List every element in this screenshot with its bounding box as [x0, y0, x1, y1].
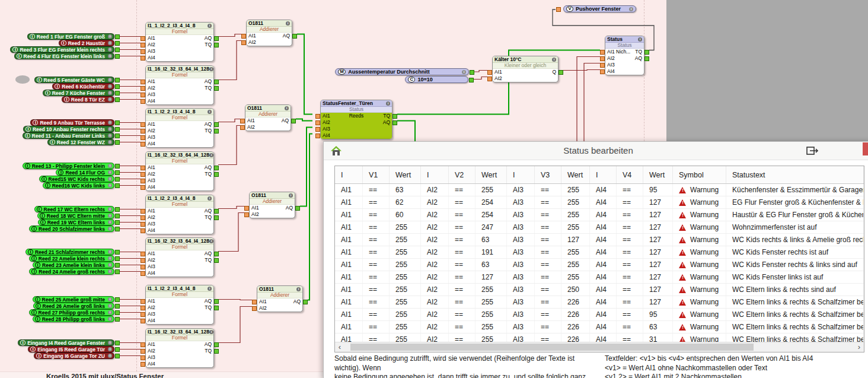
input-connector[interactable] — [141, 319, 145, 323]
output-connector[interactable] — [115, 170, 120, 175]
sensor-capsule[interactable]: IReed 8 Tür EZi — [62, 96, 114, 103]
input-connector[interactable] — [141, 306, 145, 310]
addierer-block[interactable]: O1811iAddiererAI1AQAI2 — [249, 192, 295, 218]
column-header[interactable]: Wert — [643, 166, 673, 183]
addierer-block[interactable]: O1811iAddiererAI1AQAI2 — [246, 20, 292, 46]
input-connector[interactable] — [141, 179, 145, 183]
table-row[interactable]: AI1==255AI2==127AI3==255AI4==127WarnungW… — [335, 271, 864, 284]
column-header[interactable]: I — [421, 166, 449, 183]
table-row[interactable]: AI1==63AI2==255AI3==255AI4==95WarnungKüc… — [335, 184, 864, 196]
sensor-capsule[interactable]: IReed 9 Anbau Tür Terrassei — [30, 119, 114, 126]
info-icon[interactable]: i — [629, 7, 633, 11]
info-icon[interactable]: i — [108, 214, 112, 218]
table-row[interactable]: AI1==255AI2==63AI3==255AI4==127WarnungWC… — [335, 259, 864, 271]
output-connector[interactable] — [115, 227, 120, 231]
input-connector[interactable] — [252, 300, 257, 304]
column-header[interactable]: I — [335, 166, 363, 183]
info-icon[interactable]: i — [108, 127, 112, 131]
addierer-block[interactable]: O1811iAddiererAI1AQAI2 — [257, 285, 303, 312]
table-row[interactable]: AI1==60AI2==254AI3==255AI4==127WarnungHa… — [335, 209, 864, 221]
formel-block[interactable]: I1_1_I2_2_I3_4_I4_8iFormelAI1AQAI2TQAI3A… — [145, 195, 214, 234]
input-connector[interactable] — [141, 258, 145, 263]
sensor-capsule[interactable]: IReed 27 Philipp groß rechtsi — [29, 309, 114, 316]
formel-block[interactable]: I1_1_I2_2_I3_4_I4_8iFormelAI1AQAI2TQAI3A… — [145, 108, 214, 148]
sensor-capsule[interactable]: IEingang I5 Reed Garage Türi — [28, 346, 114, 352]
info-icon[interactable]: i — [108, 140, 112, 144]
output-connector[interactable] — [214, 306, 219, 310]
close-button[interactable] — [863, 142, 868, 155]
output-connector[interactable] — [115, 256, 120, 261]
export-icon[interactable] — [806, 147, 819, 157]
sensor-capsule[interactable]: IReed 22 Amelie klein rechtsi — [29, 255, 114, 262]
sensor-capsule[interactable]: IReed 23 Amelie klein linksi — [33, 262, 114, 268]
status-fenster-block[interactable]: StatusFenster_TüreniStatusAI1ReedsTQAI2A… — [320, 100, 392, 139]
info-icon[interactable]: i — [296, 287, 301, 291]
output-connector[interactable] — [214, 36, 219, 41]
info-icon[interactable]: i — [108, 97, 112, 101]
sensor-capsule[interactable]: IReed 13 - Philipp Fenster kleini — [23, 163, 114, 169]
info-icon[interactable]: i — [108, 78, 112, 82]
input-connector[interactable] — [487, 77, 492, 81]
info-icon[interactable]: i — [108, 84, 112, 88]
info-icon[interactable]: i — [108, 134, 112, 138]
info-icon[interactable]: i — [209, 239, 213, 243]
input-connector[interactable] — [141, 43, 145, 47]
column-header[interactable]: Wert — [561, 166, 590, 183]
output-connector[interactable] — [292, 34, 297, 39]
output-connector[interactable] — [115, 164, 120, 169]
info-icon[interactable]: i — [108, 41, 112, 45]
column-header[interactable]: V1 — [363, 166, 390, 183]
output-connector[interactable] — [214, 349, 219, 354]
output-connector[interactable] — [115, 263, 120, 268]
info-icon[interactable]: i — [108, 304, 112, 308]
output-connector[interactable] — [214, 86, 219, 91]
input-connector[interactable] — [141, 129, 145, 134]
output-connector[interactable] — [115, 47, 120, 52]
column-header[interactable]: I — [590, 166, 617, 183]
input-connector[interactable] — [556, 7, 561, 12]
output-connector[interactable] — [115, 269, 120, 274]
info-icon[interactable]: i — [108, 256, 112, 261]
output-connector[interactable] — [115, 177, 120, 182]
output-connector[interactable] — [214, 215, 219, 220]
info-icon[interactable]: i — [108, 34, 112, 39]
input-connector[interactable] — [141, 36, 145, 41]
output-connector[interactable] — [115, 214, 120, 218]
info-icon[interactable]: i — [108, 341, 112, 345]
info-icon[interactable]: i — [108, 47, 112, 52]
column-header[interactable]: Statustext — [726, 166, 864, 183]
input-connector[interactable] — [240, 119, 245, 123]
output-connector[interactable] — [115, 220, 120, 225]
output-connector[interactable] — [115, 140, 120, 145]
sensor-capsule[interactable]: IReed 21 Schlafzimmer rechtsi — [25, 249, 114, 255]
info-icon[interactable]: i — [108, 207, 112, 211]
table-row[interactable]: AI1==62AI2==254AI3==255AI4==127WarnungEG… — [335, 196, 864, 209]
table-row[interactable]: AI1==255AI2==191AI3==255AI4==127WarnungW… — [335, 246, 864, 259]
sensor-capsule[interactable]: IReed 14 Flur OGi — [56, 169, 114, 176]
sensor-capsule[interactable]: IReed 7 Küche Fensteri — [43, 90, 114, 96]
input-connector[interactable] — [600, 69, 605, 74]
input-connector[interactable] — [141, 271, 145, 276]
input-connector[interactable] — [600, 63, 605, 68]
info-icon[interactable]: i — [638, 37, 642, 42]
input-connector[interactable] — [252, 306, 257, 311]
output-connector[interactable] — [115, 347, 120, 352]
input-connector[interactable] — [315, 120, 320, 125]
output-connector[interactable] — [214, 43, 219, 47]
input-connector[interactable] — [141, 222, 145, 227]
output-connector[interactable] — [392, 114, 397, 119]
status-block[interactable]: StatusiStatusAI1 Nich...TQAI2AQAI3AI4 — [605, 36, 644, 75]
output-connector[interactable] — [469, 78, 474, 82]
input-connector[interactable] — [315, 114, 320, 119]
info-icon[interactable]: i — [108, 269, 112, 274]
sensor-capsule[interactable]: IReed 24 Amelie groß rechtsi — [29, 268, 114, 275]
output-connector[interactable] — [115, 317, 120, 322]
input-connector[interactable] — [141, 342, 145, 347]
output-connector[interactable] — [392, 120, 397, 125]
info-icon[interactable]: i — [108, 347, 112, 351]
output-connector[interactable] — [115, 34, 120, 39]
output-connector[interactable] — [115, 97, 120, 102]
input-connector[interactable] — [141, 142, 145, 147]
table-row[interactable]: AI1==255AI2==255AI3==226AI4==63WarnungWC… — [335, 321, 864, 333]
formel-block[interactable]: I1_1_I2_2_I3_4_I4_8iFormelAI1AQAI2TQAI3A… — [145, 22, 214, 62]
